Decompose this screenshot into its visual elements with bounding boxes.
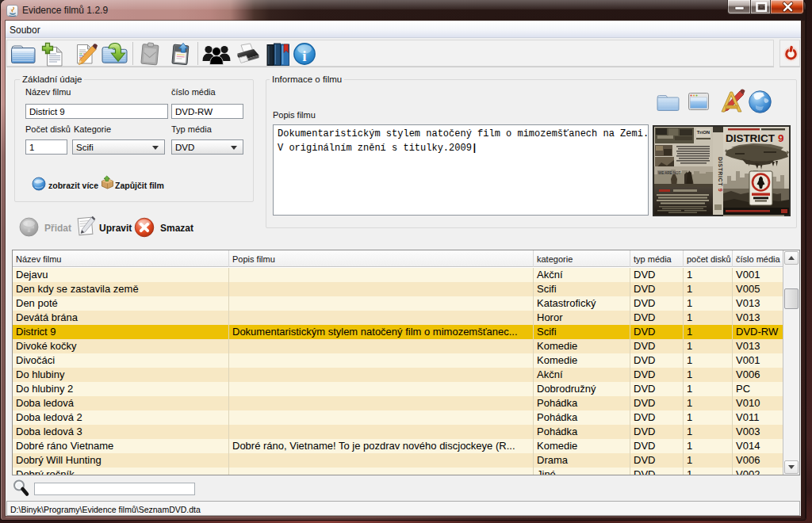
svg-text:WE ARE NOT: WE ARE NOT [658,171,681,175]
svg-text:9: 9 [778,132,784,144]
svg-text:i: i [302,48,306,64]
svg-text:DISTRICT: DISTRICT [726,132,776,144]
svg-text:TriON: TriON [697,130,710,135]
svg-text:DISTRICT 9: DISTRICT 9 [718,157,723,192]
